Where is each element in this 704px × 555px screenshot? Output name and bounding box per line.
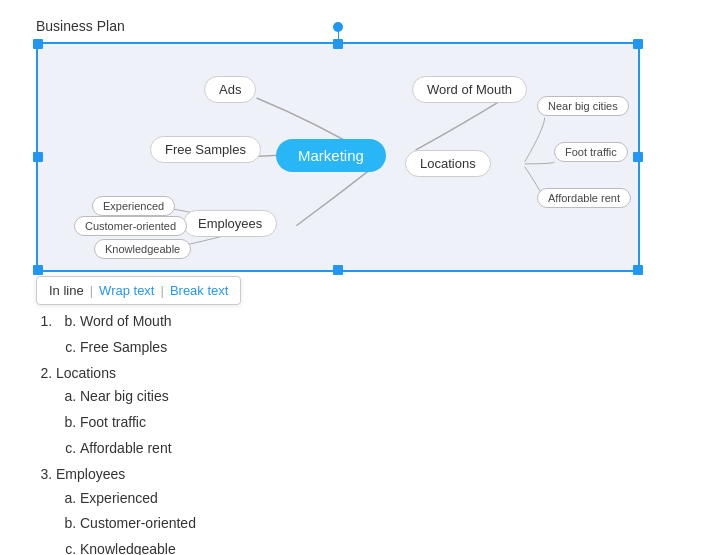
outline-sub-item: Knowledgeable bbox=[80, 538, 196, 555]
mindmap-diagram: Marketing Ads Word of Mouth Free Samples… bbox=[36, 42, 640, 272]
outline-sub-item: Foot traffic bbox=[80, 411, 196, 435]
locations-node[interactable]: Locations bbox=[405, 150, 491, 177]
foot-traffic-node[interactable]: Foot traffic bbox=[554, 142, 628, 162]
outline-sub-item: Affordable rent bbox=[80, 437, 196, 461]
top-anchor-line bbox=[338, 30, 339, 44]
break-text-button[interactable]: Break text bbox=[170, 283, 229, 298]
separator-2: | bbox=[160, 283, 163, 298]
outline-sub-item: Word of Mouth bbox=[80, 310, 196, 334]
page-title: Business Plan bbox=[36, 18, 125, 34]
customer-oriented-node[interactable]: Customer-oriented bbox=[74, 216, 187, 236]
top-anchor-dot bbox=[333, 22, 343, 32]
knowledgeable-node[interactable]: Knowledgeable bbox=[94, 239, 191, 259]
outline-sub-item: Customer-oriented bbox=[80, 512, 196, 536]
outline-group-1: Word of MouthFree Samples bbox=[56, 310, 196, 360]
word-of-mouth-node[interactable]: Word of Mouth bbox=[412, 76, 527, 103]
outline-locations: LocationsNear big citiesFoot trafficAffo… bbox=[56, 362, 196, 461]
ads-node[interactable]: Ads bbox=[204, 76, 256, 103]
wrap-text-button[interactable]: Wrap text bbox=[99, 283, 154, 298]
free-samples-node[interactable]: Free Samples bbox=[150, 136, 261, 163]
employees-node[interactable]: Employees bbox=[183, 210, 277, 237]
separator-1: | bbox=[90, 283, 93, 298]
outline-section: Word of MouthFree SamplesLocationsNear b… bbox=[36, 310, 196, 555]
near-big-cities-node[interactable]: Near big cities bbox=[537, 96, 629, 116]
inline-label[interactable]: In line bbox=[49, 283, 84, 298]
affordable-rent-node[interactable]: Affordable rent bbox=[537, 188, 631, 208]
inline-toolbar: In line | Wrap text | Break text bbox=[36, 276, 241, 305]
marketing-node[interactable]: Marketing bbox=[276, 139, 386, 172]
outline-employees: EmployeesExperiencedCustomer-orientedKno… bbox=[56, 463, 196, 555]
outline-sub-item: Experienced bbox=[80, 487, 196, 511]
experienced-node[interactable]: Experienced bbox=[92, 196, 175, 216]
outline-sub-item: Free Samples bbox=[80, 336, 196, 360]
outline-sub-item: Near big cities bbox=[80, 385, 196, 409]
